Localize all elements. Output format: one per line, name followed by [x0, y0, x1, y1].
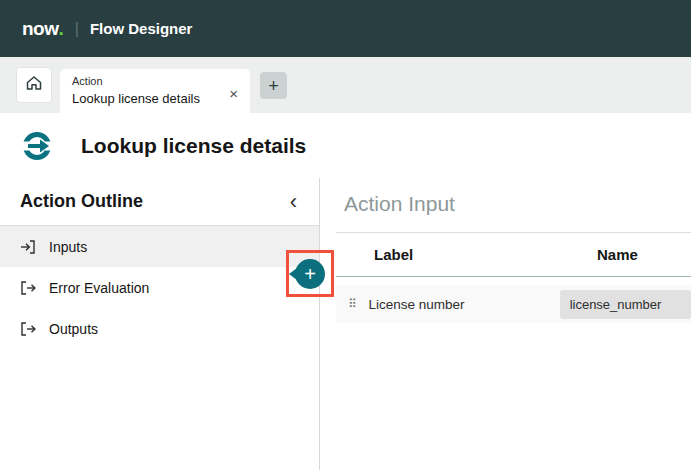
input-label-cell: License number — [369, 297, 560, 312]
outputs-icon — [20, 321, 36, 337]
sidebar-item-label: Error Evaluation — [49, 280, 149, 296]
sidebar-item-label: Inputs — [49, 239, 87, 255]
app-name: Flow Designer — [90, 20, 193, 37]
drag-handle-icon[interactable]: ⠿ — [336, 297, 369, 311]
home-button[interactable] — [16, 67, 52, 103]
sidebar-item-error-evaluation[interactable]: Error Evaluation — [0, 267, 319, 308]
action-input-panel: Action Input Label Name ⠿ License number… — [320, 178, 691, 470]
error-evaluation-icon — [20, 280, 36, 296]
column-header-label: Label — [374, 246, 597, 263]
action-input-heading: Action Input — [344, 192, 691, 216]
table-header-row: Label Name — [336, 232, 691, 277]
tab-close-icon[interactable]: × — [227, 85, 240, 102]
column-header-name: Name — [597, 246, 638, 263]
content-area: Action Outline ‹ Inputs Error Evaluation… — [0, 178, 691, 470]
now-logo[interactable]: now. — [22, 18, 64, 40]
tab-kind-label: Action — [72, 74, 200, 90]
add-input-button[interactable]: + — [295, 259, 325, 289]
inputs-table: Label Name ⠿ License number license_numb… — [336, 232, 691, 323]
new-tab-button[interactable]: + — [260, 72, 287, 99]
sidebar-header: Action Outline ‹ — [0, 178, 319, 226]
sidebar-title: Action Outline — [20, 191, 143, 212]
sidebar-item-outputs[interactable]: Outputs — [0, 308, 319, 349]
tab-lookup-license-details[interactable]: Action Lookup license details × — [60, 69, 250, 113]
page-title-row: Lookup license details — [0, 113, 691, 178]
action-icon — [22, 130, 54, 162]
tab-title: Lookup license details — [72, 90, 200, 109]
inputs-icon — [20, 239, 36, 255]
page-title: Lookup license details — [81, 134, 306, 158]
home-icon — [25, 74, 43, 96]
annotation-highlight-box: + — [286, 250, 334, 297]
header-separator: | — [75, 20, 79, 38]
logo-dot: . — [59, 18, 64, 40]
logo-text: now — [22, 18, 59, 40]
collapse-sidebar-icon[interactable]: ‹ — [286, 193, 301, 211]
sidebar-item-inputs[interactable]: Inputs — [0, 226, 319, 267]
action-outline-sidebar: Action Outline ‹ Inputs Error Evaluation… — [0, 178, 320, 470]
table-row[interactable]: ⠿ License number license_number — [336, 285, 691, 323]
input-name-pill[interactable]: license_number — [560, 290, 691, 319]
tab-bar: Action Lookup license details × + — [0, 57, 691, 113]
app-header: now. | Flow Designer — [0, 0, 691, 57]
sidebar-item-label: Outputs — [49, 321, 98, 337]
